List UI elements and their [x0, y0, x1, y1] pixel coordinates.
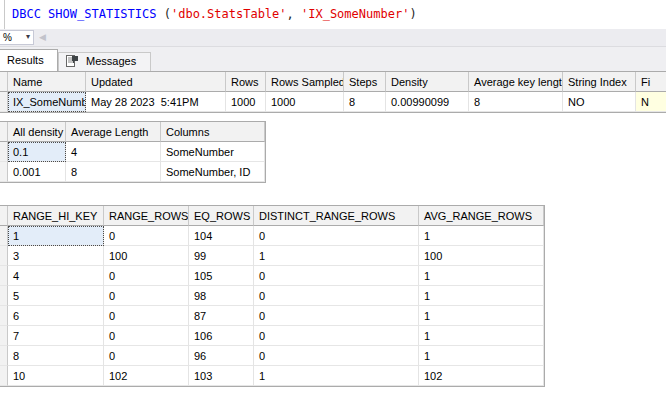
- tab-messages-label: Messages: [86, 55, 136, 67]
- row-header-cell[interactable]: [0, 226, 8, 246]
- grid-cell[interactable]: SomeNumber, ID: [161, 162, 265, 182]
- column-header[interactable]: AVG_RANGE_ROWS: [419, 206, 544, 226]
- row-header-cell[interactable]: [0, 266, 8, 286]
- grid-cell[interactable]: 0: [104, 226, 189, 246]
- grid-cell[interactable]: 0: [104, 286, 189, 306]
- column-header[interactable]: All density: [8, 122, 66, 142]
- grid-cell[interactable]: 0: [254, 306, 419, 326]
- grid-cell[interactable]: 1: [419, 326, 544, 346]
- column-header[interactable]: Rows: [226, 72, 266, 92]
- grid-cell[interactable]: 102: [104, 366, 189, 386]
- tab-results[interactable]: Results: [0, 49, 58, 71]
- grid-cell[interactable]: 0: [254, 226, 419, 246]
- grid-cell[interactable]: 96: [189, 346, 254, 366]
- grid-cell[interactable]: 1000: [226, 92, 266, 112]
- grid-corner-cell[interactable]: [0, 122, 8, 142]
- grid-cell[interactable]: 0: [254, 326, 419, 346]
- tab-messages[interactable]: Messages: [58, 52, 151, 71]
- column-header[interactable]: Updated: [86, 72, 226, 92]
- grid-cell[interactable]: 5: [8, 286, 104, 306]
- scroll-left-icon[interactable]: ◀: [39, 32, 46, 42]
- row-header-cell[interactable]: [0, 306, 8, 326]
- results-grid-density-vector: All densityAverage LengthColumns0.14Some…: [0, 121, 266, 183]
- grid-cell[interactable]: IX_SomeNumber: [8, 92, 86, 112]
- table-row: 3100991100: [0, 246, 544, 266]
- grid-cell[interactable]: N: [636, 92, 666, 112]
- row-header-cell[interactable]: [0, 162, 8, 182]
- results-grid-statistics-header: NameUpdatedRowsRows SampledStepsDensityA…: [0, 71, 666, 113]
- zoom-level-combo[interactable]: % ▾: [0, 30, 34, 45]
- column-header[interactable]: DISTINCT_RANGE_ROWS: [254, 206, 419, 226]
- row-header-cell[interactable]: [0, 366, 8, 386]
- chevron-down-icon[interactable]: ▾: [26, 32, 30, 41]
- column-header[interactable]: Steps: [344, 72, 386, 92]
- grid-cell[interactable]: 3: [8, 246, 104, 266]
- grid-cell[interactable]: 0.00990099: [386, 92, 469, 112]
- grid-cell[interactable]: 1: [419, 266, 544, 286]
- column-header[interactable]: EQ_ROWS: [189, 206, 254, 226]
- column-header[interactable]: Columns: [161, 122, 265, 142]
- grid-cell[interactable]: 4: [66, 142, 161, 162]
- grid-cell[interactable]: 0: [254, 286, 419, 306]
- column-header[interactable]: Fi: [636, 72, 666, 92]
- grid-cell[interactable]: 0: [104, 346, 189, 366]
- row-header-cell[interactable]: [0, 286, 8, 306]
- table-row: 4010501: [0, 266, 544, 286]
- grid-cell[interactable]: 1: [419, 306, 544, 326]
- grid-cell[interactable]: 6: [8, 306, 104, 326]
- grid-cell[interactable]: 8: [469, 92, 563, 112]
- column-header[interactable]: RANGE_ROWS: [104, 206, 189, 226]
- grid-cell[interactable]: 103: [189, 366, 254, 386]
- grid-cell[interactable]: 10: [8, 366, 104, 386]
- grid-cell[interactable]: 102: [419, 366, 544, 386]
- grid-cell[interactable]: 1: [419, 346, 544, 366]
- column-header[interactable]: Average Length: [66, 122, 161, 142]
- grid-cell[interactable]: 0.1: [8, 142, 66, 162]
- grid-cell[interactable]: 99: [189, 246, 254, 266]
- grid-corner-cell[interactable]: [0, 206, 8, 226]
- row-header-cell[interactable]: [0, 246, 8, 266]
- grid-cell[interactable]: 0: [104, 326, 189, 346]
- column-header[interactable]: String Index: [563, 72, 636, 92]
- grid-cell[interactable]: 98: [189, 286, 254, 306]
- row-header-cell[interactable]: [0, 326, 8, 346]
- column-header[interactable]: Name: [8, 72, 86, 92]
- grid-cell[interactable]: 1: [419, 286, 544, 306]
- grid-header-row: All densityAverage LengthColumns: [0, 122, 265, 142]
- grid-cell[interactable]: 87: [189, 306, 254, 326]
- grid-cell[interactable]: 100: [104, 246, 189, 266]
- grid-cell[interactable]: 0: [254, 266, 419, 286]
- grid-cell[interactable]: 0.001: [8, 162, 66, 182]
- grid-cell[interactable]: 1: [8, 226, 104, 246]
- grid-cell[interactable]: 1: [419, 226, 544, 246]
- grid-cell[interactable]: 0: [104, 306, 189, 326]
- grid-cell[interactable]: 105: [189, 266, 254, 286]
- grid-cell[interactable]: 104: [189, 226, 254, 246]
- grid-cell[interactable]: 1: [254, 366, 419, 386]
- column-header[interactable]: Average key length: [469, 72, 563, 92]
- grid-cell[interactable]: NO: [563, 92, 636, 112]
- query-text[interactable]: DBCC SHOW_STATISTICS ('dbo.StatsTable', …: [12, 7, 417, 21]
- grid-cell[interactable]: SomeNumber: [161, 142, 265, 162]
- grid-cell[interactable]: 1: [254, 246, 419, 266]
- grid-cell[interactable]: 4: [8, 266, 104, 286]
- grid-cell[interactable]: 7: [8, 326, 104, 346]
- grid-cell[interactable]: 8: [8, 346, 104, 366]
- query-editor[interactable]: DBCC SHOW_STATISTICS ('dbo.StatsTable', …: [0, 0, 666, 29]
- grid-corner-cell[interactable]: [0, 72, 8, 92]
- grid-cell[interactable]: 106: [189, 326, 254, 346]
- row-header-cell[interactable]: [0, 92, 8, 112]
- column-header[interactable]: RANGE_HI_KEY: [8, 206, 104, 226]
- grid-cell[interactable]: 0: [104, 266, 189, 286]
- grid-cell[interactable]: 8: [344, 92, 386, 112]
- messages-icon: [66, 55, 78, 69]
- grid-cell[interactable]: 100: [419, 246, 544, 266]
- grid-cell[interactable]: May 28 2023 5:41PM: [86, 92, 226, 112]
- row-header-cell[interactable]: [0, 346, 8, 366]
- row-header-cell[interactable]: [0, 142, 8, 162]
- column-header[interactable]: Density: [386, 72, 469, 92]
- grid-cell[interactable]: 1000: [266, 92, 344, 112]
- grid-cell[interactable]: 8: [66, 162, 161, 182]
- grid-cell[interactable]: 0: [254, 346, 419, 366]
- column-header[interactable]: Rows Sampled: [266, 72, 344, 92]
